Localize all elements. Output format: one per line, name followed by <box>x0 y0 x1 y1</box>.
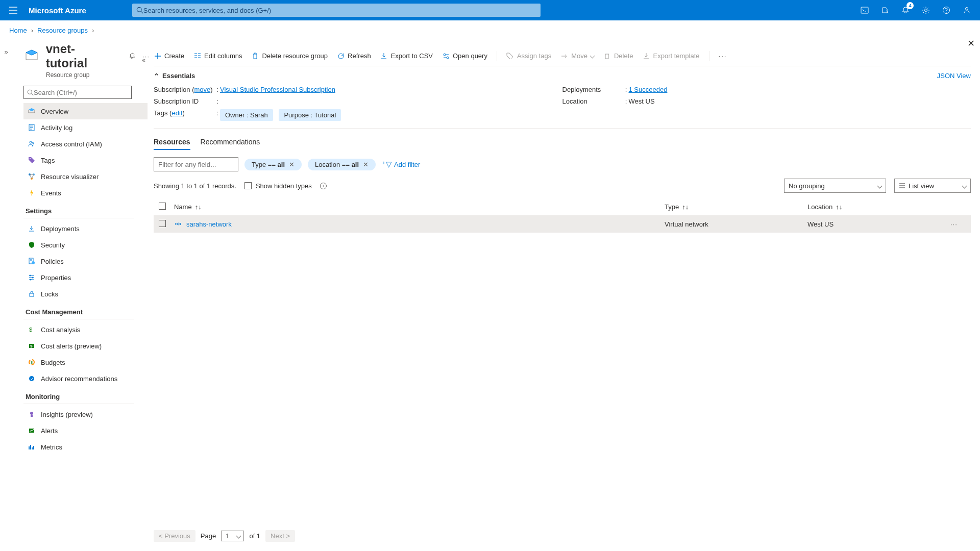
deployments-link[interactable]: 1 Succeeded <box>629 86 668 93</box>
create-button[interactable]: Create <box>154 52 184 60</box>
move-subscription-link[interactable]: move <box>194 86 211 93</box>
nav-insights[interactable]: Insights (preview) <box>23 406 148 422</box>
table-row[interactable]: sarahs-network Virtual network West US ·… <box>154 215 971 233</box>
close-icon[interactable]: ✕ <box>289 161 295 168</box>
settings-icon[interactable] <box>917 1 935 19</box>
chevron-down-icon <box>877 183 883 188</box>
directories-icon[interactable] <box>876 1 894 19</box>
filter-chip-type[interactable]: Type == all✕ <box>244 159 302 170</box>
nav-access-control[interactable]: Access control (IAM) <box>23 136 148 152</box>
feedback-icon[interactable] <box>958 1 976 19</box>
global-search[interactable] <box>132 4 541 17</box>
edit-columns-button[interactable]: Edit columns <box>193 52 242 60</box>
nav-deployments[interactable]: Deployments <box>23 220 148 237</box>
row-checkbox[interactable] <box>159 220 166 227</box>
side-search-input[interactable] <box>34 89 128 96</box>
column-name[interactable]: Name ↑↓ <box>174 203 665 211</box>
row-more-icon[interactable]: ··· <box>950 220 971 228</box>
column-location[interactable]: Location ↑↓ <box>807 203 950 211</box>
info-icon[interactable]: i <box>320 183 327 189</box>
command-bar: Create Edit columns Delete resource grou… <box>154 46 971 66</box>
add-filter-button[interactable]: ⁺▽Add filter <box>382 160 420 169</box>
trash-icon <box>251 52 259 60</box>
svg-text:$: $ <box>31 361 33 364</box>
move-icon <box>560 52 568 60</box>
nav-section-settings: Settings <box>23 201 134 218</box>
notifications-icon[interactable]: 4 <box>896 1 915 19</box>
open-query-button[interactable]: Open query <box>442 52 487 60</box>
subscription-link[interactable]: Visual Studio Professional Subscription <box>220 86 335 93</box>
export-template-button: Export template <box>643 52 700 60</box>
overview-icon <box>28 107 36 115</box>
move-button: Move <box>560 52 594 60</box>
nav-security[interactable]: Security <box>23 237 148 253</box>
global-search-input[interactable] <box>143 7 536 14</box>
svg-point-25 <box>30 412 33 415</box>
essentials-toggle[interactable]: ⌄ Essentials <box>154 72 195 80</box>
nav-budgets[interactable]: $Budgets <box>23 354 148 370</box>
breadcrumb-home[interactable]: Home <box>9 27 27 34</box>
json-view-link[interactable]: JSON View <box>937 72 971 80</box>
properties-icon <box>28 273 36 282</box>
nav-properties[interactable]: Properties <box>23 269 148 286</box>
close-icon[interactable]: ✕ <box>363 161 369 168</box>
nav-cost-analysis[interactable]: $Cost analysis <box>23 321 148 338</box>
grouping-select[interactable]: No grouping <box>784 179 886 193</box>
nav-policies[interactable]: Policies <box>23 253 148 269</box>
next-page-button: Next > <box>265 530 295 542</box>
more-commands[interactable]: ··· <box>719 52 727 60</box>
select-all-checkbox[interactable] <box>159 203 166 210</box>
breadcrumb: Home › Resource groups › <box>0 20 980 38</box>
top-bar: Microsoft Azure 4 <box>0 0 980 20</box>
delete-rg-button[interactable]: Delete resource group <box>251 52 328 60</box>
chevron-down-icon <box>962 183 967 188</box>
cost-analysis-icon: $ <box>28 325 36 334</box>
pager: < Previous Page 1 of 1 Next > <box>154 524 971 551</box>
nav-overview[interactable]: Overview <box>23 103 148 119</box>
view-select[interactable]: List view <box>894 179 971 193</box>
breadcrumb-resource-groups[interactable]: Resource groups <box>37 27 88 34</box>
resource-link[interactable]: sarahs-network <box>186 220 232 228</box>
refresh-icon <box>337 52 345 60</box>
tab-resources[interactable]: Resources <box>154 138 190 150</box>
nav-resource-visualizer[interactable]: Resource visualizer <box>23 168 148 185</box>
cloud-shell-icon[interactable] <box>855 1 874 19</box>
export-csv-button[interactable]: Export to CSV <box>380 52 433 60</box>
show-hidden-checkbox[interactable]: Show hidden types <box>244 182 312 190</box>
shield-icon <box>28 241 36 249</box>
tag-icon <box>506 52 514 60</box>
svg-rect-26 <box>31 415 33 417</box>
refresh-button[interactable]: Refresh <box>337 52 371 60</box>
nav-events[interactable]: Events <box>23 185 148 201</box>
hamburger-menu[interactable] <box>4 1 22 19</box>
pin-icon[interactable] <box>129 53 136 60</box>
nav-alerts[interactable]: Alerts <box>23 422 148 439</box>
page-select[interactable]: 1 <box>221 531 244 541</box>
side-search[interactable] <box>23 86 132 99</box>
tag-chip[interactable]: Owner : Sarah <box>220 109 273 121</box>
chevron-down-icon <box>590 54 595 59</box>
brand-title[interactable]: Microsoft Azure <box>29 6 86 15</box>
page-title: vnet-tutorial <box>46 42 116 70</box>
nav-metrics[interactable]: Metrics <box>23 439 148 455</box>
nav-section-cost: Cost Management <box>23 302 134 319</box>
insights-icon <box>28 410 36 418</box>
prev-page-button: < Previous <box>154 530 195 542</box>
rail-expand[interactable]: » <box>0 38 12 551</box>
nav-cost-alerts[interactable]: $Cost alerts (preview) <box>23 338 148 354</box>
collapse-nav-icon[interactable]: « <box>142 56 145 64</box>
filter-icon: ⁺▽ <box>382 160 392 169</box>
nav-tags[interactable]: Tags <box>23 152 148 168</box>
filter-input[interactable] <box>154 157 238 171</box>
nav-advisor[interactable]: Advisor recommendations <box>23 370 148 387</box>
tag-chip[interactable]: Purpose : Tutorial <box>279 109 341 121</box>
help-icon[interactable] <box>937 1 955 19</box>
tab-recommendations[interactable]: Recommendations <box>201 138 260 150</box>
filter-chip-location[interactable]: Location == all✕ <box>308 159 376 170</box>
svg-point-29 <box>447 57 449 59</box>
edit-tags-link[interactable]: edit <box>172 109 182 117</box>
nav-activity-log[interactable]: Activity log <box>23 119 148 136</box>
column-type[interactable]: Type ↑↓ <box>665 203 807 211</box>
close-blade-icon[interactable]: ✕ <box>967 38 975 49</box>
nav-locks[interactable]: Locks <box>23 286 148 302</box>
